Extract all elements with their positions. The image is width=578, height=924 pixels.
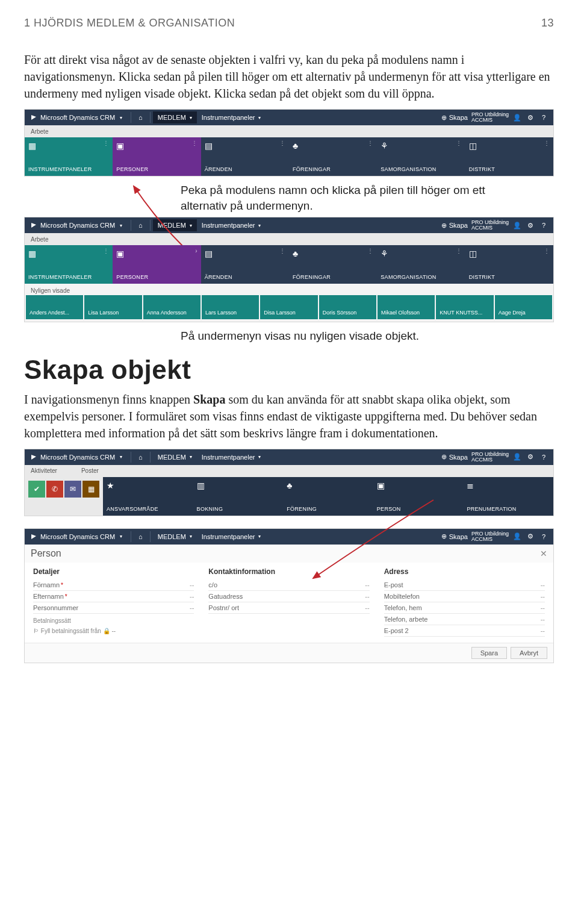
form-footer: Spara Avbryt bbox=[25, 643, 553, 663]
tile-instrumentpaneler[interactable]: ▦⋮INSTRUMENTPANELER bbox=[25, 245, 113, 284]
crm-screenshot-2: Microsoft Dynamics CRM▾ ⌂ MEDLEM▾ Instru… bbox=[24, 217, 554, 322]
chevron-down-icon: ▾ bbox=[258, 115, 261, 120]
recent-item[interactable]: Mikael Olofsson bbox=[378, 295, 435, 319]
lock-icon: 🏳 bbox=[33, 628, 39, 634]
recent-item[interactable]: Anna Andersson bbox=[143, 295, 200, 319]
create-button[interactable]: ⊕Skapa bbox=[441, 114, 468, 122]
instrumentpaneler-tab[interactable]: Instrumentpaneler▾ bbox=[197, 531, 266, 543]
gear-icon[interactable]: ⚙ bbox=[526, 113, 535, 122]
medlem-tab[interactable]: MEDLEM▾ bbox=[153, 531, 197, 543]
booking-icon: ▥ bbox=[197, 481, 280, 490]
badge-icon: ★ bbox=[107, 481, 190, 490]
crm-subbar: Arbete bbox=[25, 125, 553, 137]
tile-personer[interactable]: ▣⋮PERSONER bbox=[113, 137, 200, 176]
tile-foreningar[interactable]: ♣⋮FÖRENINGAR bbox=[289, 245, 377, 284]
help-icon[interactable]: ? bbox=[539, 220, 548, 230]
recent-item[interactable]: Lars Larsson bbox=[202, 295, 259, 319]
form-col-contact: Kontaktinformation c/o-- Gatuadress-- Po… bbox=[208, 567, 369, 637]
tile-arenden[interactable]: ▤⋮ÄRENDEN bbox=[201, 137, 289, 176]
field-telarb[interactable]: Telefon, arbete-- bbox=[384, 614, 545, 625]
field-efternamn[interactable]: Efternamn-- bbox=[33, 591, 194, 602]
save-button[interactable]: Spara bbox=[471, 647, 507, 659]
crm-brand[interactable]: Microsoft Dynamics CRM▾ bbox=[25, 222, 128, 229]
recent-item[interactable]: Aage Dreja bbox=[495, 295, 552, 319]
tile-instrumentpaneler[interactable]: ▦⋮INSTRUMENTPANELER bbox=[25, 137, 113, 176]
field-mobil[interactable]: Mobiltelefon-- bbox=[384, 591, 545, 602]
user-icon[interactable]: 👤 bbox=[512, 220, 522, 230]
tile-ansvarsomrade[interactable]: ★ANSVARSOMRÅDE bbox=[103, 477, 193, 516]
instrumentpaneler-tab[interactable]: Instrumentpaneler▾ bbox=[197, 111, 266, 123]
tile-foreningar[interactable]: ♣⋮FÖRENINGAR bbox=[289, 137, 377, 176]
activity-phone-icon[interactable]: ✆ bbox=[46, 481, 63, 498]
tile-samorganisation[interactable]: ⚘⋮SAMORGANISATION bbox=[377, 137, 465, 176]
home-tab[interactable]: ⌂ bbox=[134, 451, 148, 463]
user-icon[interactable]: 👤 bbox=[512, 452, 522, 462]
create-button[interactable]: ⊕ Skapa bbox=[441, 222, 468, 229]
tile-bokning[interactable]: ▥BOKNING bbox=[193, 477, 284, 516]
activity-calendar-icon[interactable]: ▦ bbox=[82, 481, 99, 498]
home-tab[interactable]: ⌂ bbox=[134, 111, 148, 123]
recent-item[interactable]: Doris Sörsson bbox=[319, 295, 376, 319]
medlem-tab[interactable]: MEDLEM▾ bbox=[153, 111, 197, 123]
org-icon: ♣ bbox=[287, 481, 370, 490]
activity-mail-icon[interactable]: ✉ bbox=[64, 481, 81, 498]
medlem-tab[interactable]: MEDLEM▾ bbox=[153, 451, 197, 463]
chevron-right-icon[interactable]: › bbox=[195, 248, 197, 254]
chevron-down-icon: ▾ bbox=[190, 115, 192, 120]
gear-icon[interactable]: ⚙ bbox=[526, 452, 535, 462]
tile-forening[interactable]: ♣FÖRENING bbox=[283, 477, 373, 516]
person-card-icon: ▣ bbox=[377, 481, 460, 490]
caption-1: Peka på modulens namn och klicka på pile… bbox=[181, 183, 518, 213]
field-epost[interactable]: E-post-- bbox=[384, 579, 545, 591]
instrumentpaneler-tab[interactable]: Instrumentpaneler▾ bbox=[197, 219, 266, 231]
close-icon[interactable]: ✕ bbox=[540, 549, 547, 558]
gear-icon[interactable]: ⚙ bbox=[526, 532, 535, 542]
help-icon[interactable]: ? bbox=[539, 113, 548, 122]
home-tab[interactable]: ⌂ bbox=[134, 531, 148, 543]
crm-brand[interactable]: Microsoft Dynamics CRM▾ bbox=[25, 114, 128, 121]
field-telhem[interactable]: Telefon, hem-- bbox=[384, 602, 545, 614]
tile-prenumeration[interactable]: ≣PRENUMERATION bbox=[463, 477, 553, 516]
crm-screenshot-1: Microsoft Dynamics CRM▾ ⌂ MEDLEM▾ Instru… bbox=[24, 109, 554, 176]
group-icon: ⚘ bbox=[381, 141, 461, 151]
create-button[interactable]: ⊕ Skapa bbox=[441, 453, 468, 461]
home-tab[interactable]: ⌂ bbox=[134, 219, 148, 231]
cancel-button[interactable]: Avbryt bbox=[511, 647, 547, 659]
help-icon[interactable]: ? bbox=[539, 532, 548, 542]
field-epost2[interactable]: E-post 2-- bbox=[384, 625, 545, 637]
tile-distrikt[interactable]: ◫⋮DISTRIKT bbox=[465, 245, 553, 284]
help-icon[interactable]: ? bbox=[539, 452, 548, 462]
field-co[interactable]: c/o-- bbox=[208, 579, 369, 591]
recent-item[interactable]: KNUT KNUTSS... bbox=[436, 295, 493, 319]
section-heading: Skapa objekt bbox=[24, 355, 554, 385]
tile-personer[interactable]: ▣›PERSONER bbox=[113, 245, 200, 284]
recent-item[interactable]: Anders Andest... bbox=[26, 295, 83, 319]
pin-icon: ⋮ bbox=[279, 140, 285, 146]
activity-check-icon[interactable]: ✔ bbox=[28, 481, 45, 498]
field-fornamn[interactable]: Förnamn-- bbox=[33, 579, 194, 591]
dynamics-icon bbox=[31, 454, 37, 460]
tile-arenden[interactable]: ▤⋮ÄRENDEN bbox=[201, 245, 289, 284]
medlem-tab[interactable]: MEDLEM▾ bbox=[153, 219, 197, 231]
user-icon[interactable]: 👤 bbox=[512, 532, 522, 542]
dynamics-icon bbox=[31, 534, 37, 540]
header-left: 1 HJÖRDIS MEDLEM & ORGANISATION bbox=[24, 17, 235, 30]
field-gatuadress[interactable]: Gatuadress-- bbox=[208, 591, 369, 602]
gear-icon[interactable]: ⚙ bbox=[526, 220, 535, 230]
recent-item[interactable]: Disa Larsson bbox=[260, 295, 317, 319]
tile-distrikt[interactable]: ◫⋮DISTRIKT bbox=[465, 137, 553, 176]
tile-samorganisation[interactable]: ⚘⋮SAMORGANISATION bbox=[377, 245, 465, 284]
recent-item[interactable]: Lisa Larsson bbox=[84, 295, 141, 319]
field-postnr[interactable]: Postnr/ ort-- bbox=[208, 602, 369, 614]
user-icon[interactable]: 👤 bbox=[512, 113, 522, 122]
field-personnummer[interactable]: Personnummer-- bbox=[33, 602, 194, 614]
crm-brand[interactable]: Microsoft Dynamics CRM▾ bbox=[25, 533, 128, 540]
user-badge[interactable]: PRO UtbildningACCMIS bbox=[471, 112, 509, 123]
chevron-down-icon: ▾ bbox=[120, 115, 122, 120]
crm-brand[interactable]: Microsoft Dynamics CRM▾ bbox=[25, 454, 128, 461]
create-button[interactable]: ⊕ Skapa bbox=[441, 532, 468, 540]
tile-person[interactable]: ▣PERSON bbox=[373, 477, 464, 516]
district-icon: ◫ bbox=[469, 141, 550, 151]
user-badge[interactable]: PRO UtbildningACCMIS bbox=[471, 220, 509, 231]
instrumentpaneler-tab[interactable]: Instrumentpaneler▾ bbox=[197, 451, 266, 463]
